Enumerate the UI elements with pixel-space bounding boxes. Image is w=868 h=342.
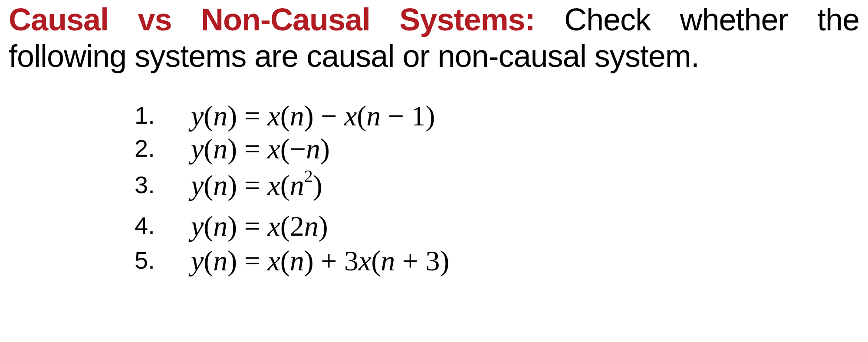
equation: y(n) = x(−n) — [191, 135, 330, 163]
title: Causal vs Non-Causal Systems: — [9, 2, 535, 37]
item-number: 2. — [135, 136, 191, 163]
heading-line-1: Causal vs Non-Causal Systems: Check whet… — [9, 0, 859, 39]
item-number: 5. — [135, 248, 191, 275]
item-number: 3. — [135, 173, 191, 200]
heading-line-2: following systems are causal or non-caus… — [9, 36, 859, 76]
prompt-text-part2: following systems are causal or non-caus… — [9, 39, 699, 73]
item-number: 1. — [135, 103, 191, 130]
equation: y(n) = x(n) − x(n − 1) — [191, 102, 435, 130]
equation: y(n) = x(n) + 3x(n + 3) — [191, 247, 449, 275]
prompt-text-part1: Check whether the — [535, 2, 859, 37]
list-item: 4. y(n) = x(2n) — [135, 212, 859, 240]
page: Causal vs Non-Causal Systems: Check whet… — [0, 0, 868, 275]
equation: y(n) = x(2n) — [191, 212, 328, 240]
list-item: 5. y(n) = x(n) + 3x(n + 3) — [135, 247, 859, 275]
item-number: 4. — [135, 214, 191, 240]
list-item: 3. y(n) = x(n2) — [135, 168, 859, 200]
equation-list: 1. y(n) = x(n) − x(n − 1) 2. y(n) = x(−n… — [9, 102, 859, 275]
list-item: 1. y(n) = x(n) − x(n − 1) — [135, 102, 859, 130]
equation: y(n) = x(n2) — [191, 168, 322, 200]
list-item: 2. y(n) = x(−n) — [135, 135, 859, 163]
